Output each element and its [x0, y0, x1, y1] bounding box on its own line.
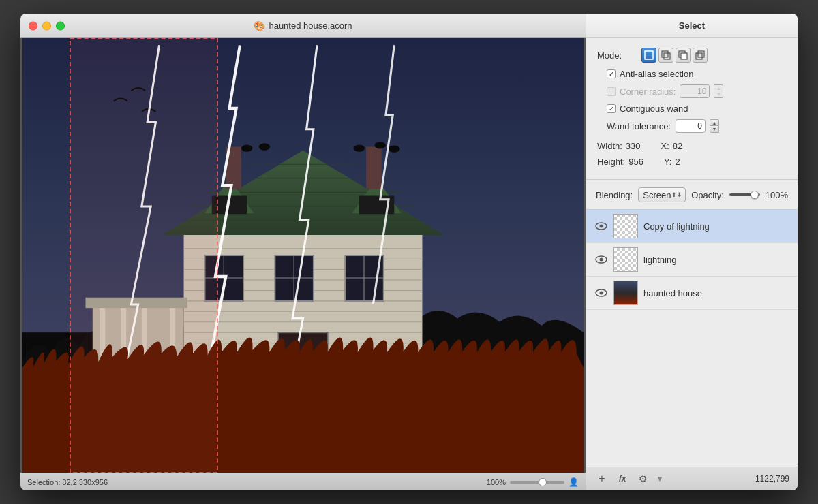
svg-point-45	[241, 144, 252, 151]
select-panel: Mode:	[586, 38, 798, 180]
selection-status: Selection: 82,2 330x956	[27, 478, 108, 486]
height-label: Height:	[597, 157, 625, 167]
anti-alias-checkbox[interactable]	[607, 69, 616, 78]
corner-radius-down: ▼	[714, 91, 723, 98]
svg-rect-24	[366, 147, 382, 189]
y-label: Y:	[664, 157, 672, 167]
layer-visibility-lightning[interactable]	[594, 253, 608, 266]
settings-arrow: ▼	[656, 474, 664, 484]
y-pair: Y: 2	[664, 157, 680, 167]
corner-radius-stepper: ▲ ▼	[714, 84, 723, 98]
mode-replace-button[interactable]	[641, 48, 656, 63]
layer-visibility-haunted-house[interactable]	[594, 286, 608, 300]
settings-button[interactable]: ⚙	[635, 471, 650, 486]
svg-rect-52	[645, 51, 653, 59]
opacity-slider[interactable]	[729, 193, 760, 196]
traffic-lights	[29, 21, 65, 30]
dim-row-2: Height: 956 Y: 2	[597, 154, 787, 170]
blending-select-arrow: ⬆⬇	[671, 191, 682, 198]
close-button[interactable]	[29, 21, 37, 30]
blending-row: Blending: Screen ⬆⬇ Opacity: 100%	[586, 180, 798, 210]
dimensions-section: Width: 330 X: 82 Height: 956 Y:	[597, 138, 787, 170]
layer-item-copy-lightning[interactable]: Copy of lightning	[586, 210, 798, 243]
right-panel: Select Mode:	[586, 14, 798, 490]
layer-name-lightning: lightning	[643, 255, 789, 265]
wand-tolerance-row: Wand tolerance: ▲ ▼	[597, 119, 787, 133]
image-window: 🎨 haunted house.acorn	[20, 14, 586, 490]
corner-radius-up: ▲	[714, 84, 723, 91]
svg-rect-56	[681, 53, 687, 59]
contiguous-wand-label: Contiguous wand	[620, 104, 688, 114]
wand-tolerance-down[interactable]: ▼	[710, 126, 719, 133]
y-value: 2	[675, 157, 680, 167]
canvas-scene	[20, 38, 586, 473]
fx-button[interactable]: fx	[615, 471, 630, 486]
svg-point-64	[600, 292, 603, 295]
zoom-slider[interactable]	[510, 481, 564, 484]
contiguous-wand-checkbox[interactable]	[607, 104, 616, 113]
svg-rect-51	[70, 38, 217, 473]
layer-item-haunted-house[interactable]: haunted house	[586, 277, 798, 310]
layer-thumb-copy-lightning	[614, 214, 638, 238]
svg-rect-57	[696, 53, 702, 59]
layer-thumb-haunted-house	[614, 281, 638, 305]
layer-thumb-lightning	[614, 247, 638, 272]
document-icon: 🎨	[254, 20, 264, 31]
wand-tolerance-label: Wand tolerance:	[607, 121, 671, 131]
anti-alias-label: Anti-alias selection	[620, 69, 693, 79]
corner-radius-row: Corner radius: ▲ ▼	[597, 84, 787, 98]
opacity-label: Opacity:	[691, 190, 724, 200]
wand-tolerance-stepper: ▲ ▼	[710, 119, 719, 133]
mode-row: Mode:	[597, 48, 787, 63]
height-value: 956	[628, 157, 643, 167]
layers-section: Copy of lightning lightning	[586, 210, 798, 467]
title-bar: 🎨 haunted house.acorn	[20, 14, 586, 38]
svg-point-46	[259, 143, 270, 150]
wand-tolerance-input[interactable]	[676, 119, 706, 133]
svg-point-62	[600, 258, 603, 262]
status-bar: Selection: 82,2 330x956 100% 👤	[20, 473, 586, 490]
mode-label: Mode:	[597, 50, 641, 61]
layer-name-copy-lightning: Copy of lightning	[643, 221, 789, 232]
blending-mode-select[interactable]: Screen ⬆⬇	[638, 187, 686, 202]
svg-point-49	[389, 145, 399, 152]
contiguous-wand-row: Contiguous wand	[597, 104, 787, 114]
panel-title: Select	[586, 14, 798, 38]
corner-radius-input	[680, 84, 710, 98]
svg-rect-53	[662, 51, 668, 57]
layer-count: 1122,799	[755, 474, 789, 484]
width-pair: Width: 330	[597, 141, 641, 151]
svg-rect-58	[698, 51, 704, 57]
layer-name-haunted-house: haunted house	[643, 288, 789, 298]
width-label: Width:	[597, 141, 622, 151]
mode-add-button[interactable]	[658, 48, 673, 63]
zoom-level: 100%	[487, 478, 506, 486]
svg-point-48	[374, 142, 385, 148]
svg-point-60	[600, 225, 603, 228]
wand-tolerance-up[interactable]: ▲	[710, 119, 719, 126]
layer-visibility-copy-lightning[interactable]	[594, 219, 608, 233]
opacity-thumb	[751, 191, 759, 199]
anti-alias-row: Anti-alias selection	[597, 69, 787, 79]
dim-row-1: Width: 330 X: 82	[597, 138, 787, 154]
mode-subtract-button[interactable]	[676, 48, 691, 63]
x-label: X:	[661, 141, 669, 151]
add-layer-button[interactable]: +	[594, 471, 609, 486]
mode-buttons	[641, 48, 708, 63]
fit-icon[interactable]: 👤	[569, 477, 579, 487]
minimize-button[interactable]	[42, 21, 51, 30]
mode-intersect-button[interactable]	[693, 48, 708, 63]
window-title-text: haunted house.acorn	[269, 20, 352, 31]
zoom-controls: 100% 👤	[487, 477, 579, 487]
svg-point-47	[354, 144, 365, 151]
blending-label: Blending:	[596, 190, 633, 200]
window-title: 🎨 haunted house.acorn	[254, 20, 352, 31]
image-canvas[interactable]	[20, 38, 586, 473]
blending-mode-value: Screen	[643, 190, 671, 200]
x-pair: X: 82	[661, 141, 683, 151]
opacity-value: 100%	[766, 190, 788, 200]
corner-radius-checkbox[interactable]	[607, 87, 616, 96]
svg-rect-54	[664, 53, 670, 59]
maximize-button[interactable]	[56, 21, 65, 30]
layer-item-lightning[interactable]: lightning	[586, 243, 798, 277]
